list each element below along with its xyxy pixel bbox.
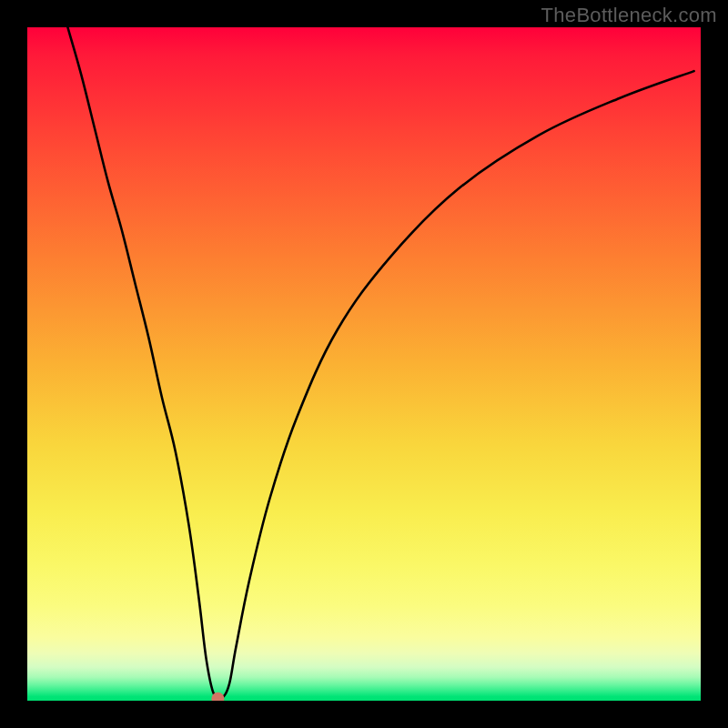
watermark-text: TheBottleneck.com	[541, 4, 717, 27]
curve-layer	[27, 27, 701, 701]
plot-area	[27, 27, 701, 701]
bottleneck-curve	[67, 27, 693, 699]
chart-frame: TheBottleneck.com	[0, 0, 728, 728]
